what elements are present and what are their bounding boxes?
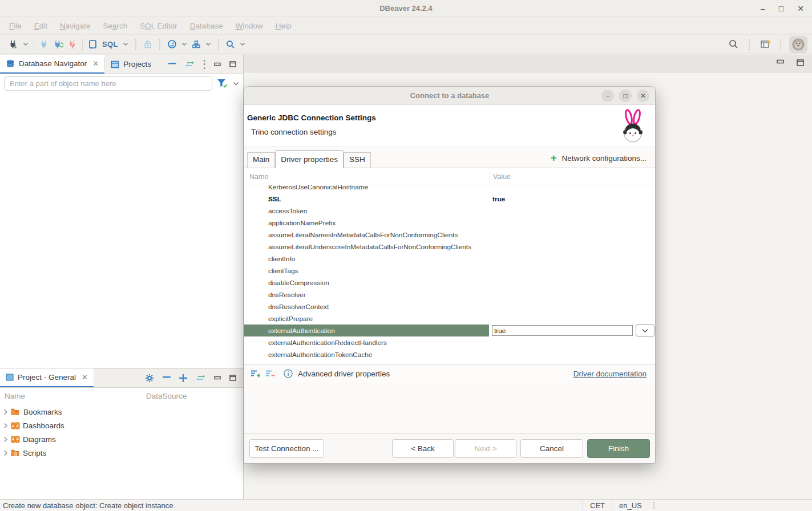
property-value-editor[interactable] bbox=[492, 325, 633, 336]
add-property-icon[interactable] bbox=[251, 370, 260, 378]
menu-navigate[interactable]: Navigate bbox=[54, 22, 96, 30]
sql-editor-chevron-icon[interactable] bbox=[123, 42, 128, 46]
tab-project-general[interactable]: Project - General ✕ bbox=[0, 368, 94, 387]
menu-sql-editor[interactable]: SQL Editor bbox=[134, 22, 184, 30]
property-name[interactable]: disableCompression bbox=[244, 279, 490, 287]
property-value[interactable] bbox=[490, 313, 655, 325]
menu-help[interactable]: Help bbox=[269, 22, 298, 30]
expander-chevron-icon[interactable] bbox=[3, 409, 8, 415]
property-name[interactable]: dnsResolver bbox=[244, 291, 490, 299]
dialog-titlebar[interactable]: Connect to a database – □ ✕ bbox=[244, 87, 655, 105]
transaction-chevron-icon[interactable] bbox=[181, 42, 187, 46]
link-with-editor-icon[interactable] bbox=[196, 375, 205, 381]
filter-settings-icon[interactable] bbox=[217, 79, 228, 88]
property-row[interactable]: disableCompression bbox=[244, 277, 655, 289]
tree-item-bookmarks[interactable]: Bookmarks bbox=[0, 405, 243, 419]
property-name[interactable]: applicationNamePrefix bbox=[244, 219, 490, 227]
property-value[interactable] bbox=[490, 229, 655, 241]
tree-item-scripts[interactable]: Scripts bbox=[0, 446, 243, 460]
property-name[interactable]: externalAuthenticationTokenCache bbox=[244, 351, 490, 359]
property-name[interactable]: dnsResolverContext bbox=[244, 303, 490, 311]
window-maximize-icon[interactable]: □ bbox=[779, 4, 783, 13]
property-row[interactable]: SSLtrue bbox=[244, 193, 655, 205]
property-row[interactable]: assumeLiteralNamesInMetadataCallsForNonC… bbox=[244, 229, 655, 241]
sql-editor-icon[interactable] bbox=[88, 39, 98, 50]
panel-minimize-icon[interactable] bbox=[214, 376, 221, 380]
property-name[interactable]: externalAuthentication bbox=[244, 325, 489, 336]
menu-edit[interactable]: Edit bbox=[28, 22, 54, 30]
panel-minimize-icon[interactable] bbox=[214, 62, 221, 66]
commit-mode-icon[interactable] bbox=[192, 40, 201, 49]
property-value[interactable]: true bbox=[490, 193, 655, 205]
dialog-tab-driver-properties[interactable]: Driver properties bbox=[275, 150, 344, 168]
property-value[interactable] bbox=[490, 205, 655, 217]
new-connection-icon[interactable]: + bbox=[8, 39, 18, 50]
locale-indicator[interactable]: en_US bbox=[612, 500, 649, 511]
expand-all-icon[interactable] bbox=[179, 374, 187, 382]
filter-chevron-icon[interactable] bbox=[233, 82, 239, 86]
property-name[interactable]: clientInfo bbox=[244, 255, 490, 263]
driver-documentation-link[interactable]: Driver documentation bbox=[573, 370, 647, 378]
open-perspective-icon[interactable] bbox=[760, 39, 771, 50]
property-name[interactable]: clientTags bbox=[244, 267, 490, 275]
reconnect-icon[interactable] bbox=[53, 40, 63, 49]
expander-chevron-icon[interactable] bbox=[3, 423, 8, 429]
toolbar-search-icon[interactable] bbox=[226, 40, 235, 49]
window-close-icon[interactable]: ✕ bbox=[797, 4, 804, 13]
search-chevron-icon[interactable] bbox=[240, 42, 245, 46]
property-value[interactable] bbox=[490, 348, 655, 360]
collapse-all-icon[interactable] bbox=[163, 376, 171, 380]
collapse-all-icon[interactable] bbox=[168, 63, 176, 66]
property-value[interactable] bbox=[490, 277, 655, 289]
property-value[interactable] bbox=[489, 325, 655, 336]
property-value[interactable] bbox=[490, 217, 655, 229]
property-row[interactable]: KerberosUseCanonicalHostname bbox=[244, 185, 655, 193]
expander-chevron-icon[interactable] bbox=[3, 450, 8, 456]
connect-icon[interactable] bbox=[39, 40, 49, 49]
column-name[interactable]: Name bbox=[5, 392, 25, 400]
menu-window[interactable]: Window bbox=[229, 22, 269, 30]
property-row[interactable]: externalAuthenticationRedirectHandlers bbox=[244, 336, 655, 348]
tab-database-navigator[interactable]: Database Navigator ✕ bbox=[0, 55, 104, 74]
property-name[interactable]: SSL bbox=[244, 195, 490, 203]
property-value[interactable] bbox=[490, 185, 655, 193]
property-name[interactable]: KerberosUseCanonicalHostname bbox=[244, 185, 490, 191]
finish-button[interactable]: Finish bbox=[587, 439, 650, 458]
cancel-button[interactable]: Cancel bbox=[520, 439, 583, 458]
commit-chevron-icon[interactable] bbox=[205, 42, 211, 46]
property-row[interactable]: extraCredentials bbox=[244, 360, 655, 364]
column-value[interactable]: Value bbox=[490, 168, 655, 185]
new-connection-chevron-icon[interactable] bbox=[23, 42, 29, 46]
panel-maximize-icon[interactable] bbox=[229, 61, 236, 67]
back-button[interactable]: < Back bbox=[392, 439, 454, 458]
tab-close-icon[interactable]: ✕ bbox=[92, 59, 99, 68]
tree-item-diagrams[interactable]: Diagrams bbox=[0, 432, 243, 446]
user-avatar[interactable] bbox=[789, 36, 807, 53]
property-row[interactable]: accessToken bbox=[244, 205, 655, 217]
property-row[interactable]: explicitPrepare bbox=[244, 313, 655, 325]
property-name[interactable]: externalAuthenticationRedirectHandlers bbox=[244, 339, 490, 347]
property-value[interactable] bbox=[490, 336, 655, 348]
window-minimize-icon[interactable]: – bbox=[761, 4, 765, 13]
property-value[interactable] bbox=[490, 241, 655, 253]
dialog-minimize-icon[interactable]: – bbox=[601, 90, 614, 102]
dialog-close-icon[interactable]: ✕ bbox=[637, 90, 649, 102]
dialog-maximize-icon[interactable]: □ bbox=[619, 90, 632, 102]
editor-minimize-icon[interactable] bbox=[777, 59, 784, 66]
quick-search-icon[interactable] bbox=[729, 39, 738, 49]
settings-gear-icon[interactable] bbox=[145, 374, 154, 383]
menu-database[interactable]: Database bbox=[184, 22, 229, 30]
sql-editor-label[interactable]: SQL bbox=[102, 40, 118, 48]
statusbar-grip[interactable] bbox=[653, 502, 655, 509]
property-row[interactable]: assumeLiteralUnderscoreInMetadataCallsFo… bbox=[244, 241, 655, 253]
editor-maximize-icon[interactable] bbox=[797, 59, 804, 66]
property-row[interactable]: clientInfo bbox=[244, 253, 655, 265]
column-datasource[interactable]: DataSource bbox=[146, 392, 187, 400]
timezone-indicator[interactable]: CET bbox=[583, 500, 612, 511]
transaction-mode-icon[interactable] bbox=[167, 39, 177, 49]
menu-file[interactable]: File bbox=[3, 22, 28, 30]
property-name[interactable]: assumeLiteralUnderscoreInMetadataCallsFo… bbox=[244, 243, 490, 251]
panel-maximize-icon[interactable] bbox=[229, 375, 236, 381]
property-value[interactable] bbox=[490, 253, 655, 265]
property-value[interactable] bbox=[490, 301, 655, 313]
